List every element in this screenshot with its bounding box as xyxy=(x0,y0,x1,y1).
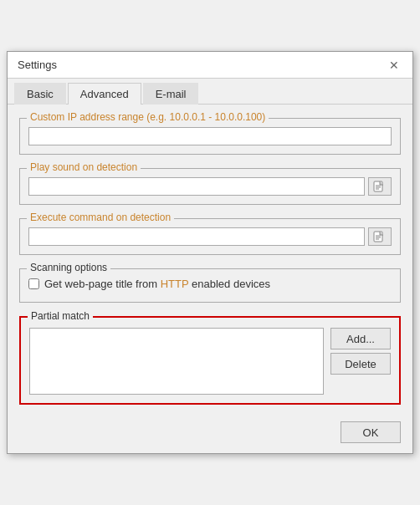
tabs-container: Basic Advanced E-mail xyxy=(8,79,412,105)
custom-ip-label: Custom IP address range (e.g. 10.0.0.1 -… xyxy=(27,111,269,123)
add-button[interactable]: Add... xyxy=(330,328,391,349)
tab-basic[interactable]: Basic xyxy=(14,83,66,105)
execute-command-input-row xyxy=(28,227,392,246)
http-checkbox[interactable] xyxy=(28,278,39,289)
scanning-options-label: Scanning options xyxy=(27,262,110,273)
window-title: Settings xyxy=(18,59,57,71)
delete-button[interactable]: Delete xyxy=(330,353,391,375)
get-webpage-suffix: enabled devices xyxy=(188,278,270,290)
execute-command-group: Execute command on detection xyxy=(19,218,401,255)
custom-ip-input[interactable] xyxy=(28,127,392,145)
custom-ip-group: Custom IP address range (e.g. 10.0.0.1 -… xyxy=(19,118,401,155)
browse-icon-2 xyxy=(373,230,387,243)
play-sound-group: Play sound on detection xyxy=(19,168,401,205)
partial-match-group: Partial match Add... Delete xyxy=(19,316,401,405)
play-sound-browse-button[interactable] xyxy=(368,177,392,196)
footer: OK xyxy=(8,415,412,453)
tab-advanced[interactable]: Advanced xyxy=(68,83,141,105)
partial-match-content: Add... Delete xyxy=(29,328,391,395)
execute-command-browse-button[interactable] xyxy=(368,227,392,246)
http-checkbox-label: Get web-page title from HTTP enabled dev… xyxy=(44,278,270,290)
partial-match-buttons: Add... Delete xyxy=(330,328,391,395)
title-bar: Settings ✕ xyxy=(8,52,412,79)
http-checkbox-row: Get web-page title from HTTP enabled dev… xyxy=(28,274,392,293)
browse-icon xyxy=(373,180,387,193)
play-sound-input[interactable] xyxy=(28,177,365,196)
settings-dialog: Settings ✕ Basic Advanced E-mail Custom … xyxy=(7,51,413,454)
partial-match-label: Partial match xyxy=(28,310,93,322)
tab-content: Custom IP address range (e.g. 10.0.0.1 -… xyxy=(8,105,412,415)
execute-command-label: Execute command on detection xyxy=(27,212,174,223)
close-button[interactable]: ✕ xyxy=(386,57,402,74)
play-sound-input-row xyxy=(28,177,392,196)
play-sound-label: Play sound on detection xyxy=(27,161,141,173)
custom-ip-input-row xyxy=(28,127,392,145)
ok-button[interactable]: OK xyxy=(341,421,401,443)
execute-command-input[interactable] xyxy=(28,227,365,246)
partial-match-list[interactable] xyxy=(29,328,324,395)
http-text: HTTP xyxy=(161,278,189,290)
get-webpage-prefix: Get web-page title from xyxy=(44,278,161,290)
tab-email[interactable]: E-mail xyxy=(143,83,199,105)
scanning-options-group: Scanning options Get web-page title from… xyxy=(19,268,401,303)
